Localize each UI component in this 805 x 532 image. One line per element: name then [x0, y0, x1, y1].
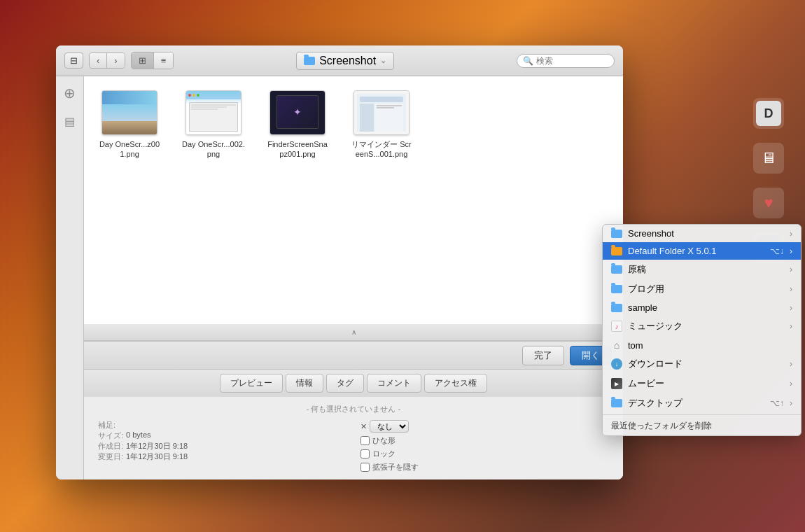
ext-checkbox[interactable] [360, 463, 370, 472]
file-label: Day OneScr...z001.png [98, 139, 161, 160]
size-label: サイズ: [98, 430, 123, 441]
folder-name: Screenshot [319, 55, 376, 67]
menu-item-downloads[interactable]: ↓ ダウンロード › [603, 354, 801, 374]
folder-icon [304, 57, 315, 65]
finder-sidebar: ⊕ ▤ [56, 76, 84, 479]
submenu-arrow: › [790, 265, 792, 274]
collapse-bar[interactable]: ∧ [84, 324, 623, 341]
menu-item-label: Default Folder X 5.0.1 [628, 246, 764, 256]
folder-icon [611, 230, 622, 238]
collapse-arrow: ∧ [351, 328, 356, 336]
menu-shortcut: ⌥↓ [770, 246, 784, 256]
menu-separator [603, 414, 801, 415]
menu-item-label: ダウンロード [628, 358, 784, 370]
file-thumbnail [102, 90, 158, 135]
supplement-row: 補足: [98, 420, 346, 430]
tab-preview[interactable]: プレビュー [220, 374, 283, 393]
created-value: 1年12月30日 9:18 [126, 441, 188, 451]
file-item[interactable]: ✦ FinderScreenSnapz001.png [266, 90, 329, 160]
file-item[interactable]: Day OneScr...002.png [182, 90, 245, 160]
movies-icon: ▶ [611, 378, 622, 389]
delete-recent-label: 最近使ったフォルダを削除 [611, 420, 712, 432]
sidebar-toggle-button[interactable]: ⊟ [64, 52, 83, 69]
tab-tags[interactable]: タグ [326, 374, 364, 393]
finder-content: Day OneScr...z001.png [84, 76, 623, 479]
tag-row: ✕ なし [360, 420, 609, 433]
heart-dock-icon[interactable]: ♥ [753, 188, 784, 218]
file-label: リマインダー ScreenS...001.png [350, 139, 413, 160]
folder-dropdown[interactable]: Screenshot ⌄ [296, 52, 394, 70]
context-menu: Screenshot › Default Folder X 5.0.1 ⌥↓ ›… [602, 224, 802, 436]
tab-comments[interactable]: コメント [367, 374, 421, 393]
tag-select[interactable]: なし [370, 420, 409, 433]
music-icon: ♪ [611, 321, 622, 332]
hina-checkbox[interactable] [360, 436, 370, 445]
checkbox-ext: 拡張子を隠す [360, 462, 609, 472]
menu-item-label: tom [628, 340, 792, 351]
menu-item-label: ミュージック [628, 320, 784, 332]
checkbox-hina: ひな形 [360, 435, 609, 446]
back-button[interactable]: ‹ [90, 53, 107, 68]
modified-row: 変更日: 1年12月30日 9:18 [98, 451, 346, 462]
tab-bar: プレビュー 情報 タグ コメント アクセス権 [84, 369, 623, 397]
modified-value: 1年12月30日 9:18 [126, 451, 188, 462]
file-item[interactable]: リマインダー ScreenS...001.png [350, 90, 413, 160]
file-grid: Day OneScr...z001.png [84, 76, 623, 324]
sidebar-view-button[interactable]: ▤ [60, 111, 80, 131]
dash-dock-icon[interactable]: D [753, 98, 784, 129]
tab-info[interactable]: 情報 [286, 374, 323, 393]
finder-body: ⊕ ▤ [56, 76, 623, 479]
file-label: Day OneScr...002.png [182, 139, 245, 160]
tab-permissions[interactable]: アクセス権 [424, 374, 487, 393]
action-bar: 完了 開く [84, 341, 623, 369]
hina-label: ひな形 [372, 435, 396, 446]
submenu-arrow: › [790, 359, 792, 369]
submenu-arrow: › [790, 379, 792, 388]
menu-item-genko[interactable]: 原稿 › [603, 260, 801, 279]
complete-button[interactable]: 完了 [522, 346, 564, 365]
sidebar-add-button[interactable]: ⊕ [60, 83, 80, 103]
lock-checkbox[interactable] [360, 449, 370, 458]
folder-icon [611, 304, 622, 312]
menu-item-desktop[interactable]: デスクトップ ⌥↑ › [603, 393, 801, 413]
finder-window: ⊟ ‹ › ⊞ ≡ Screenshot ⌄ 🔍 [56, 46, 623, 479]
menu-item-label: ブログ用 [628, 283, 784, 295]
menu-item-tom[interactable]: ⌂ tom [603, 336, 801, 354]
folder-icon [611, 265, 622, 274]
menu-item-sample[interactable]: sample › [603, 299, 801, 316]
file-item[interactable]: Day OneScr...z001.png [98, 90, 161, 160]
menu-item-movies[interactable]: ▶ ムービー › [603, 374, 801, 393]
menu-item-music[interactable]: ♪ ミュージック › [603, 316, 801, 336]
submenu-arrow: › [790, 303, 792, 313]
menu-item-label: デスクトップ [628, 397, 764, 410]
menu-item-label: 原稿 [628, 263, 784, 276]
created-row: 作成日: 1年12月30日 9:18 [98, 441, 346, 451]
menu-item-dfx[interactable]: Default Folder X 5.0.1 ⌥↓ › [603, 242, 801, 260]
menu-item-screenshot[interactable]: Screenshot › [603, 225, 801, 242]
ext-label: 拡張子を隠す [372, 462, 419, 472]
folder-icon [611, 247, 622, 255]
finder-toolbar: ⊟ ‹ › ⊞ ≡ Screenshot ⌄ 🔍 [56, 46, 623, 76]
nav-buttons: ‹ › [89, 52, 125, 69]
search-bar[interactable]: 🔍 [517, 54, 615, 68]
menu-item-delete-recent[interactable]: 最近使ったフォルダを削除 [603, 416, 801, 435]
info-grid: 補足: サイズ: 0 bytes 作成日: 1年12月30日 9:18 変更日: [98, 420, 609, 472]
list-view-button[interactable]: ≡ [154, 52, 174, 69]
menu-shortcut: ⌥↑ [770, 398, 784, 408]
submenu-arrow: › [790, 284, 792, 294]
no-selection-text: - 何も選択されていません - [98, 404, 609, 414]
submenu-arrow: › [790, 398, 792, 408]
submenu-arrow: › [790, 321, 792, 331]
menu-item-blog[interactable]: ブログ用 › [603, 279, 801, 299]
search-input[interactable] [536, 56, 608, 66]
created-label: 作成日: [98, 441, 123, 451]
submenu-arrow: › [790, 229, 792, 239]
submenu-arrow: › [790, 246, 792, 256]
size-row: サイズ: 0 bytes [98, 430, 346, 441]
forward-button[interactable]: › [107, 53, 124, 68]
grid-view-button[interactable]: ⊞ [132, 52, 154, 69]
home-icon: ⌂ [611, 340, 622, 351]
file-label: FinderScreenSnapz001.png [266, 139, 329, 160]
folder-icon [611, 399, 622, 407]
monitor-dock-icon[interactable]: 🖥 [753, 143, 784, 174]
